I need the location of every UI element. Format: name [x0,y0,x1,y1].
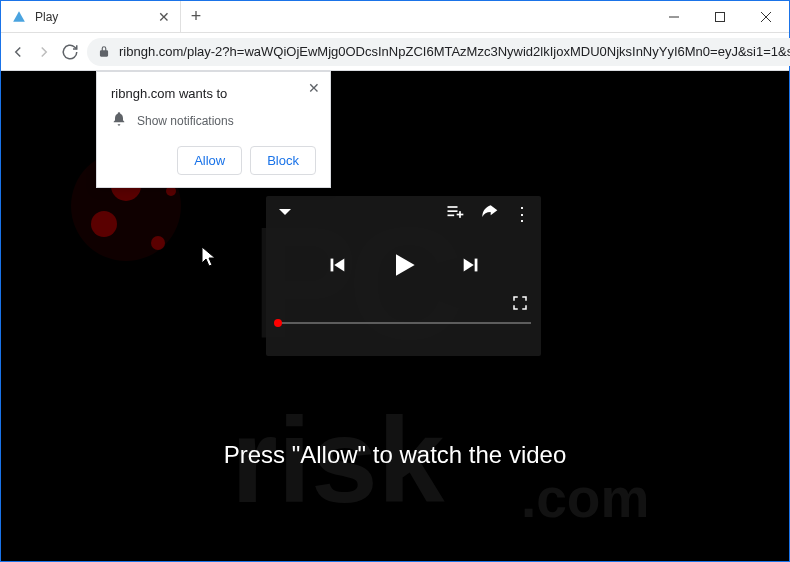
browser-tab[interactable]: Play ✕ [1,1,181,32]
watermark-text: .com [521,466,649,530]
popup-actions: Allow Block [111,146,316,175]
svg-rect-2 [716,12,725,21]
svg-rect-12 [330,259,333,272]
url-text: ribngh.com/play-2?h=waWQiOjEwMjg0ODcsInN… [119,44,790,59]
progress-bar[interactable] [276,322,531,324]
back-button[interactable] [9,38,27,66]
forward-button[interactable] [35,38,53,66]
watermark-dot [91,211,117,237]
minimize-button[interactable] [651,1,697,32]
browser-toolbar: ribngh.com/play-2?h=waWQiOjEwMjg0ODcsInN… [1,33,789,71]
reload-button[interactable] [61,38,79,66]
titlebar: Play ✕ + [1,1,789,33]
mouse-cursor-icon [201,246,219,272]
lock-icon [97,45,111,59]
progress-handle[interactable] [274,319,282,327]
playlist-add-icon[interactable] [445,202,465,226]
svg-marker-15 [463,259,473,272]
svg-rect-9 [448,215,455,217]
maximize-button[interactable] [697,1,743,32]
allow-button[interactable]: Allow [177,146,242,175]
address-bar[interactable]: ribngh.com/play-2?h=waWQiOjEwMjg0ODcsInN… [87,38,790,66]
player-bottom [266,302,541,342]
tab-close-icon[interactable]: ✕ [158,9,170,25]
svg-rect-7 [448,206,458,208]
previous-track-icon[interactable] [326,254,348,280]
popup-close-icon[interactable]: ✕ [308,80,320,96]
popup-body: Show notifications [137,114,234,128]
new-tab-button[interactable]: + [181,1,211,32]
svg-rect-16 [474,259,477,272]
svg-marker-17 [202,247,215,266]
popup-permission-row: Show notifications [111,111,316,130]
popup-title: ribngh.com wants to [111,86,316,101]
chevron-down-icon[interactable] [276,203,294,225]
svg-rect-11 [457,214,464,216]
share-icon[interactable] [479,202,499,226]
notification-permission-popup: ✕ ribngh.com wants to Show notifications… [96,71,331,188]
svg-marker-14 [396,254,415,275]
svg-marker-0 [13,11,25,22]
tab-title: Play [35,10,150,24]
page-content: PC risk .com ⋮ [1,71,789,561]
video-player: ⋮ [266,196,541,356]
tab-favicon-icon [11,9,27,25]
bell-icon [111,111,127,130]
watermark-dot [151,236,165,250]
instruction-caption: Press "Allow" to watch the video [1,441,789,469]
player-controls [266,232,541,302]
block-button[interactable]: Block [250,146,316,175]
next-track-icon[interactable] [460,254,482,280]
player-top-bar: ⋮ [266,196,541,232]
svg-marker-13 [334,259,344,272]
svg-rect-8 [448,210,458,212]
window-controls [651,1,789,32]
close-window-button[interactable] [743,1,789,32]
more-icon[interactable]: ⋮ [513,203,531,225]
play-icon[interactable] [388,249,420,285]
browser-window: Play ✕ + ri [0,0,790,562]
fullscreen-icon[interactable] [511,294,529,316]
svg-marker-6 [279,209,291,215]
